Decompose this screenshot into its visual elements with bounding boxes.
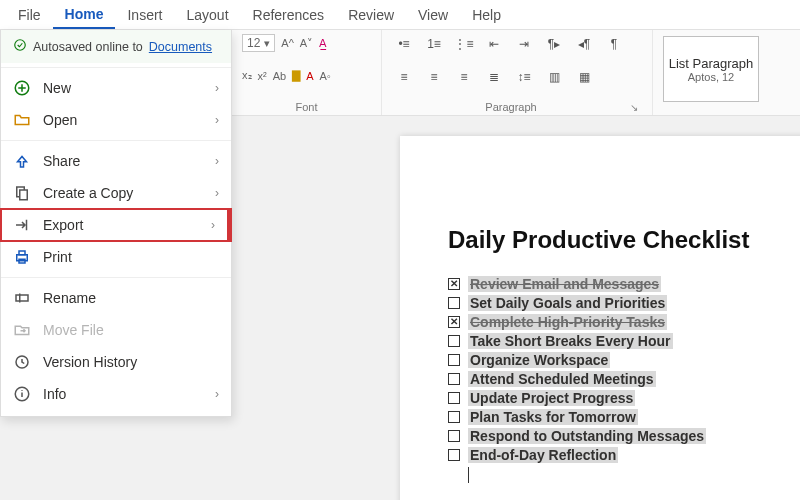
checkbox-icon[interactable]	[448, 392, 460, 404]
checkbox-checked-icon[interactable]	[448, 278, 460, 290]
info-icon	[13, 385, 31, 403]
file-menu-open[interactable]: Open›	[1, 104, 231, 136]
font-color-icon[interactable]: A	[306, 70, 313, 82]
file-menu-info[interactable]: Info›	[1, 378, 231, 410]
font-group-label: Font	[242, 99, 371, 113]
checklist-item-text[interactable]: Set Daily Goals and Priorities	[468, 295, 667, 311]
shading-icon[interactable]: ▥	[542, 67, 566, 87]
change-case-icon[interactable]: Ab	[273, 70, 286, 82]
checklist-item-text[interactable]: End-of-Day Reflection	[468, 447, 618, 463]
highlight-icon[interactable]: ▇	[292, 69, 300, 82]
show-marks-icon[interactable]: ¶	[602, 34, 626, 54]
borders-icon[interactable]: ▦	[572, 67, 596, 87]
ribbon-group-paragraph: •≡ 1≡ ⋮≡ ⇤ ⇥ ¶▸ ◂¶ ¶ ≡ ≡ ≡ ≣ ↕≡ ▥ ▦ Para…	[382, 30, 653, 115]
font-size-select[interactable]: 12 ▾	[242, 34, 275, 52]
align-center-icon[interactable]: ≡	[422, 67, 446, 87]
clear-format-icon[interactable]: A◦	[319, 70, 330, 82]
tab-insert[interactable]: Insert	[115, 2, 174, 28]
svg-rect-5	[19, 251, 25, 255]
justify-icon[interactable]: ≣	[482, 67, 506, 87]
font-size-value: 12	[247, 36, 260, 50]
file-menu-share[interactable]: Share›	[1, 145, 231, 177]
tab-layout[interactable]: Layout	[174, 2, 240, 28]
svg-rect-7	[16, 295, 28, 301]
align-right-icon[interactable]: ≡	[452, 67, 476, 87]
checklist-item[interactable]: Plan Tasks for Tomorrow	[448, 409, 800, 425]
file-menu-rename-label: Rename	[43, 290, 96, 306]
checklist-item[interactable]: Review Email and Messages	[448, 276, 800, 292]
file-menu-move: Move File	[1, 314, 231, 346]
checklist-item-text[interactable]: Review Email and Messages	[468, 276, 661, 292]
shrink-font-icon[interactable]: A˅	[300, 37, 313, 50]
autosave-status: Autosaved online to Documents	[1, 30, 231, 63]
checkbox-icon[interactable]	[448, 430, 460, 442]
inc-indent-icon[interactable]: ⇥	[512, 34, 536, 54]
checklist-item-text[interactable]: Attend Scheduled Meetings	[468, 371, 656, 387]
superscript-icon[interactable]: x²	[258, 70, 267, 82]
checklist-item[interactable]: Respond to Outstanding Messages	[448, 428, 800, 444]
subscript-icon[interactable]: x₂	[242, 69, 252, 82]
checklist-item[interactable]: Set Daily Goals and Priorities	[448, 295, 800, 311]
tab-view[interactable]: View	[406, 2, 460, 28]
checkbox-icon[interactable]	[448, 354, 460, 366]
numbering-icon[interactable]: 1≡	[422, 34, 446, 54]
checklist-item-text[interactable]: Plan Tasks for Tomorrow	[468, 409, 638, 425]
autosave-text: Autosaved online to	[33, 40, 143, 54]
file-menu-print[interactable]: Print	[1, 241, 231, 273]
checklist-item-text[interactable]: Respond to Outstanding Messages	[468, 428, 706, 444]
rtl-icon[interactable]: ◂¶	[572, 34, 596, 54]
document-title[interactable]: Daily Productive Checklist	[448, 226, 800, 254]
tab-help[interactable]: Help	[460, 2, 513, 28]
checkbox-icon[interactable]	[448, 373, 460, 385]
style-list-paragraph[interactable]: List Paragraph Aptos, 12	[663, 36, 759, 102]
line-spacing-icon[interactable]: ↕≡	[512, 67, 536, 87]
file-menu-history-label: Version History	[43, 354, 137, 370]
file-menu-export[interactable]: Export›	[1, 209, 231, 241]
tab-file[interactable]: File	[6, 2, 53, 28]
checkbox-icon[interactable]	[448, 449, 460, 461]
tab-references[interactable]: References	[241, 2, 337, 28]
checkbox-icon[interactable]	[448, 297, 460, 309]
style-sub-label: Aptos, 12	[688, 71, 734, 83]
checklist-item[interactable]: Complete High-Priority Tasks	[448, 314, 800, 330]
document-page[interactable]: Daily Productive Checklist Review Email …	[400, 136, 800, 500]
share-icon	[13, 152, 31, 170]
checkbox-icon[interactable]	[448, 411, 460, 423]
bullets-icon[interactable]: •≡	[392, 34, 416, 54]
checklist-item-text[interactable]: Organize Workspace	[468, 352, 610, 368]
folder-icon	[13, 111, 31, 129]
file-menu-copy-label: Create a Copy	[43, 185, 133, 201]
checkbox-checked-icon[interactable]	[448, 316, 460, 328]
checklist-item[interactable]: End-of-Day Reflection	[448, 447, 800, 463]
file-menu-open-label: Open	[43, 112, 77, 128]
file-menu-history[interactable]: Version History	[1, 346, 231, 378]
tab-review[interactable]: Review	[336, 2, 406, 28]
file-menu-copy[interactable]: Create a Copy›	[1, 177, 231, 209]
checklist-item-text[interactable]: Complete High-Priority Tasks	[468, 314, 667, 330]
autosave-location-link[interactable]: Documents	[149, 40, 212, 54]
dec-indent-icon[interactable]: ⇤	[482, 34, 506, 54]
checklist-item[interactable]: Take Short Breaks Every Hour	[448, 333, 800, 349]
ltr-icon[interactable]: ¶▸	[542, 34, 566, 54]
tab-home[interactable]: Home	[53, 1, 116, 29]
multilevel-icon[interactable]: ⋮≡	[452, 34, 476, 54]
file-menu-rename[interactable]: Rename	[1, 282, 231, 314]
checklist-item[interactable]: Update Project Progress	[448, 390, 800, 406]
grow-font-icon[interactable]: A^	[281, 37, 294, 49]
checkbox-icon[interactable]	[448, 335, 460, 347]
chevron-right-icon: ›	[215, 113, 219, 127]
checklist-item[interactable]: Organize Workspace	[448, 352, 800, 368]
checklist-item-text[interactable]: Take Short Breaks Every Hour	[468, 333, 673, 349]
chevron-down-icon: ▾	[264, 37, 270, 50]
ribbon-group-styles: List Paragraph Aptos, 12	[653, 30, 769, 115]
styles-pane-icon[interactable]: A̲	[319, 37, 327, 50]
checklist-item-text[interactable]: Update Project Progress	[468, 390, 635, 406]
paragraph-dialog-launcher-icon[interactable]: ↘	[630, 102, 642, 113]
align-left-icon[interactable]: ≡	[392, 67, 416, 87]
file-menu-new-label: New	[43, 80, 71, 96]
menu-tab-bar: File Home Insert Layout References Revie…	[0, 0, 800, 30]
svg-rect-3	[20, 190, 28, 200]
file-menu-new[interactable]: New›	[1, 72, 231, 104]
checklist[interactable]: Review Email and MessagesSet Daily Goals…	[448, 276, 800, 463]
checklist-item[interactable]: Attend Scheduled Meetings	[448, 371, 800, 387]
